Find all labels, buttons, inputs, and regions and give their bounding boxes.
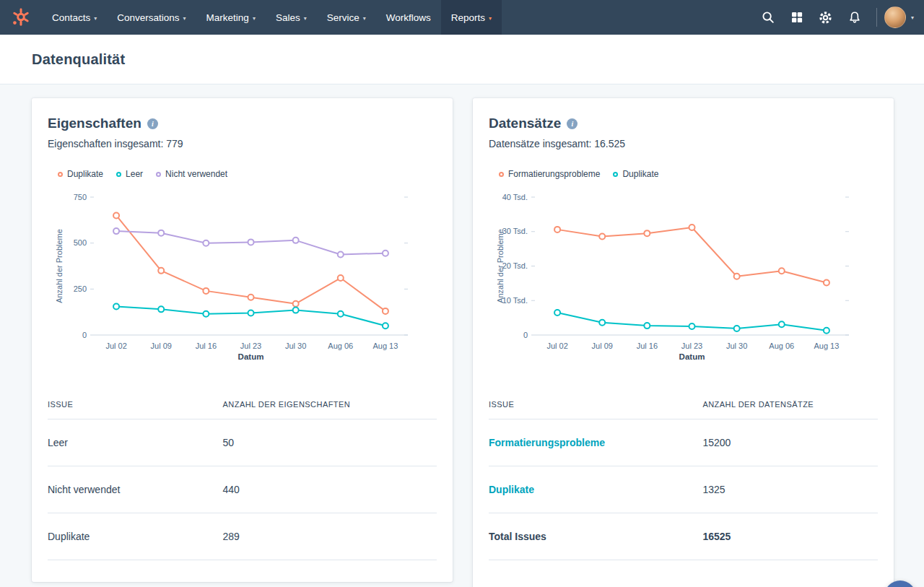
legend-item[interactable]: Nicht verwendet — [156, 169, 227, 179]
hubspot-logo[interactable] — [0, 0, 42, 35]
nav-item-label: Sales — [276, 12, 300, 23]
svg-text:30 Tsd.: 30 Tsd. — [502, 227, 528, 235]
value-cell: 50 — [223, 437, 437, 448]
svg-text:0: 0 — [82, 331, 87, 339]
nav-item-reports[interactable]: Reports ▾ — [441, 0, 502, 35]
nav-right-tools: ▾ — [754, 0, 924, 35]
chart-legend: DuplikateLeerNicht verwendet — [58, 169, 437, 179]
svg-text:10 Tsd.: 10 Tsd. — [502, 296, 528, 305]
nav-item-marketing[interactable]: Marketing ▾ — [196, 0, 266, 35]
svg-text:Jul 30: Jul 30 — [285, 342, 306, 350]
value-cell: 15200 — [702, 437, 878, 448]
app-viewport: Contacts ▾ Conversations ▾ Marketing ▾ S… — [0, 0, 924, 587]
chevron-down-icon[interactable]: ▾ — [911, 14, 914, 21]
svg-text:Aug 06: Aug 06 — [769, 342, 794, 350]
legend-item[interactable]: Duplikate — [58, 169, 103, 179]
nav-item-contacts[interactable]: Contacts ▾ — [42, 0, 107, 35]
value-cell: 16525 — [702, 531, 878, 542]
nav-item-label: Conversations — [117, 12, 179, 23]
settings-icon[interactable] — [811, 0, 840, 35]
page-header: Datenqualität — [0, 35, 924, 84]
table-row: Nicht verwendet 440 — [48, 466, 437, 513]
svg-text:0: 0 — [523, 331, 528, 339]
legend-item[interactable]: Duplikate — [613, 169, 658, 179]
legend-marker-icon — [156, 172, 161, 177]
properties-table: ISSUE ANZAHL DER EIGENSCHAFTEN Leer 50 N… — [48, 394, 437, 560]
svg-text:40 Tsd.: 40 Tsd. — [502, 193, 528, 201]
legend-marker-icon — [499, 172, 504, 177]
nav-item-workflows[interactable]: Workflows — [376, 0, 441, 35]
svg-text:Datum: Datum — [238, 352, 264, 361]
chevron-down-icon: ▾ — [253, 15, 256, 22]
table-row-total: Total Issues 16525 — [489, 513, 878, 560]
table-row: Duplikate 1325 — [489, 466, 878, 513]
svg-text:500: 500 — [74, 238, 87, 247]
card-title: Datensätze — [489, 116, 561, 131]
top-nav: Contacts ▾ Conversations ▾ Marketing ▾ S… — [0, 0, 924, 35]
nav-divider — [876, 8, 877, 27]
info-icon[interactable]: i — [567, 118, 578, 129]
properties-card: Eigenschaften i Eigenschaften insgesamt:… — [32, 98, 453, 582]
svg-text:Jul 16: Jul 16 — [637, 342, 658, 350]
nav-item-label: Service — [327, 12, 359, 23]
svg-text:20 Tsd.: 20 Tsd. — [502, 261, 528, 270]
column-header: ANZAHL DER DATENSÄTZE — [702, 400, 878, 409]
table-row: Formatierungsprobleme 15200 — [489, 419, 878, 466]
chevron-down-icon: ▾ — [363, 15, 366, 22]
svg-text:Jul 09: Jul 09 — [592, 342, 613, 350]
notifications-icon[interactable] — [840, 0, 869, 35]
nav-item-label: Reports — [451, 12, 485, 23]
svg-text:Aug 06: Aug 06 — [328, 342, 353, 350]
svg-text:Jul 30: Jul 30 — [726, 342, 747, 350]
records-line-chart: 010 Tsd.20 Tsd.30 Tsd.40 Tsd.Jul 02Jul 0… — [489, 182, 878, 362]
nav-item-conversations[interactable]: Conversations ▾ — [107, 0, 196, 35]
nav-item-label: Contacts — [52, 12, 90, 23]
nav-item-sales[interactable]: Sales ▾ — [266, 0, 317, 35]
legend-item[interactable]: Formatierungsprobleme — [499, 169, 600, 179]
properties-line-chart: 0250500750Jul 02Jul 09Jul 16Jul 23Jul 30… — [48, 182, 437, 362]
svg-text:Jul 02: Jul 02 — [105, 342, 126, 350]
svg-text:Datum: Datum — [679, 352, 705, 361]
svg-text:Aug 13: Aug 13 — [814, 342, 839, 350]
legend-marker-icon — [58, 172, 63, 177]
records-table: ISSUE ANZAHL DER DATENSÄTZE Formatierung… — [489, 394, 878, 560]
sprocket-icon — [12, 8, 30, 27]
table-row: Leer 50 — [48, 419, 437, 466]
svg-text:750: 750 — [74, 193, 87, 201]
card-subtitle: Eigenschaften insgesamt: 779 — [48, 138, 437, 149]
svg-text:Jul 02: Jul 02 — [546, 342, 567, 350]
table-row: Duplikate 289 — [48, 513, 437, 560]
column-header: ISSUE — [48, 400, 223, 409]
value-cell: 289 — [223, 531, 437, 542]
nav-item-label: Marketing — [206, 12, 249, 23]
issue-cell: Leer — [48, 437, 223, 448]
svg-text:Jul 16: Jul 16 — [196, 342, 217, 350]
card-title: Eigenschaften — [48, 116, 141, 131]
chevron-down-icon: ▾ — [489, 15, 492, 22]
column-header: ANZAHL DER EIGENSCHAFTEN — [223, 400, 437, 409]
issue-link[interactable]: Formatierungsprobleme — [489, 437, 702, 448]
nav-item-service[interactable]: Service ▾ — [317, 0, 376, 35]
issue-link[interactable]: Duplikate — [489, 484, 702, 495]
nav-item-label: Workflows — [386, 12, 431, 23]
info-icon[interactable]: i — [147, 118, 158, 129]
search-icon[interactable] — [754, 0, 783, 35]
legend-marker-icon — [116, 172, 121, 177]
svg-text:Jul 09: Jul 09 — [151, 342, 172, 350]
legend-item[interactable]: Leer — [116, 169, 143, 179]
svg-text:Jul 23: Jul 23 — [681, 342, 702, 350]
marketplace-icon[interactable] — [783, 0, 811, 35]
avatar[interactable] — [884, 6, 906, 28]
issue-cell: Total Issues — [489, 531, 702, 542]
column-header: ISSUE — [489, 400, 702, 409]
chart-legend: FormatierungsproblemeDuplikate — [499, 169, 878, 179]
page-title: Datenqualität — [32, 51, 125, 68]
svg-text:Jul 23: Jul 23 — [240, 342, 261, 350]
issue-cell: Duplikate — [48, 531, 223, 542]
content-area: Eigenschaften i Eigenschaften insgesamt:… — [0, 84, 924, 587]
chevron-down-icon: ▾ — [304, 15, 307, 22]
svg-text:Anzahl der Probleme: Anzahl der Probleme — [496, 229, 505, 303]
value-cell: 440 — [223, 484, 437, 495]
svg-text:250: 250 — [74, 284, 87, 293]
svg-text:Aug 13: Aug 13 — [372, 342, 398, 350]
